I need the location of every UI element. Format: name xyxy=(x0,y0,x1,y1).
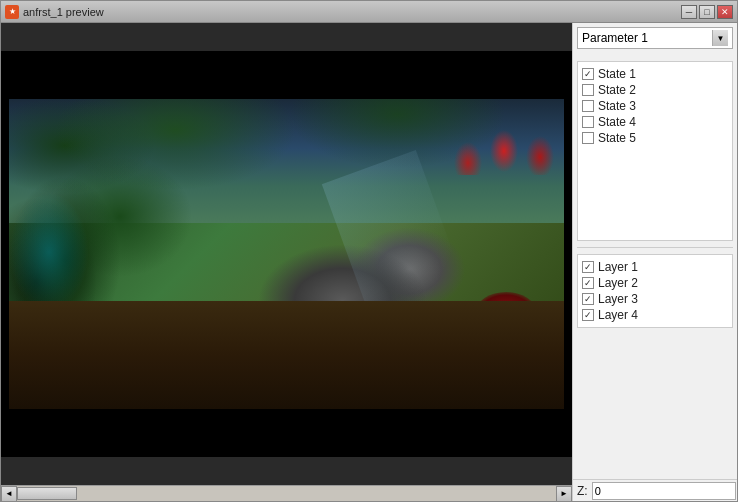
state2-item[interactable]: State 2 xyxy=(582,82,728,98)
layer1-item[interactable]: Layer 1 xyxy=(582,259,728,275)
scene-glow-left xyxy=(9,192,89,312)
preview-top-bar xyxy=(1,23,572,51)
state3-label: State 3 xyxy=(598,99,636,113)
title-bar: ★ anfrst_1 preview ─ □ ✕ xyxy=(1,1,737,23)
state2-label: State 2 xyxy=(598,83,636,97)
z-input[interactable] xyxy=(592,482,736,500)
parameter-dropdown[interactable]: Parameter 1 ▼ xyxy=(577,27,733,49)
state5-checkbox[interactable] xyxy=(582,132,594,144)
canvas-wrapper xyxy=(1,51,572,457)
layer2-checkbox[interactable] xyxy=(582,277,594,289)
preview-area: ◄ ► xyxy=(1,23,572,501)
layer4-checkbox[interactable] xyxy=(582,309,594,321)
state4-item[interactable]: State 4 xyxy=(582,114,728,130)
layer2-label: Layer 2 xyxy=(598,276,638,290)
forest-scene xyxy=(9,99,564,409)
state1-label: State 1 xyxy=(598,67,636,81)
dropdown-arrow-icon: ▼ xyxy=(712,30,728,46)
title-buttons: ─ □ ✕ xyxy=(681,5,733,19)
preview-bottom xyxy=(1,457,572,485)
states-box: State 1 State 2 State 3 State 4 State 5 xyxy=(577,61,733,241)
state4-checkbox[interactable] xyxy=(582,116,594,128)
z-bar: Z: ▲ ▼ xyxy=(573,479,737,501)
title-bar-left: ★ anfrst_1 preview xyxy=(5,5,104,19)
layer1-checkbox[interactable] xyxy=(582,261,594,273)
state2-checkbox[interactable] xyxy=(582,84,594,96)
scene-ground xyxy=(9,301,564,410)
state5-label: State 5 xyxy=(598,131,636,145)
layer4-label: Layer 4 xyxy=(598,308,638,322)
layer2-item[interactable]: Layer 2 xyxy=(582,275,728,291)
scroll-thumb[interactable] xyxy=(17,487,77,500)
close-button[interactable]: ✕ xyxy=(717,5,733,19)
layer3-item[interactable]: Layer 3 xyxy=(582,291,728,307)
state1-item[interactable]: State 1 xyxy=(582,66,728,82)
state4-label: State 4 xyxy=(598,115,636,129)
scroll-track[interactable] xyxy=(17,486,556,502)
minimize-button[interactable]: ─ xyxy=(681,5,697,19)
right-panel: Parameter 1 ▼ State 1 State 2 xyxy=(572,23,737,501)
layer1-label: Layer 1 xyxy=(598,260,638,274)
state3-checkbox[interactable] xyxy=(582,100,594,112)
state5-item[interactable]: State 5 xyxy=(582,130,728,146)
state1-checkbox[interactable] xyxy=(582,68,594,80)
dropdown-label: Parameter 1 xyxy=(582,31,648,45)
layer3-checkbox[interactable] xyxy=(582,293,594,305)
horizontal-scrollbar: ◄ ► xyxy=(1,485,572,501)
layer4-item[interactable]: Layer 4 xyxy=(582,307,728,323)
z-label: Z: xyxy=(577,484,588,498)
layers-box: Layer 1 Layer 2 Layer 3 Layer 4 xyxy=(577,254,733,328)
scroll-left-button[interactable]: ◄ xyxy=(1,486,17,502)
panel-spacer xyxy=(573,332,737,479)
panel-separator xyxy=(577,247,733,248)
window-title: anfrst_1 preview xyxy=(23,6,104,18)
dropdown-section: Parameter 1 ▼ xyxy=(573,23,737,57)
app-icon: ★ xyxy=(5,5,19,19)
main-window: ★ anfrst_1 preview ─ □ ✕ xyxy=(0,0,738,502)
layer3-label: Layer 3 xyxy=(598,292,638,306)
scene-red-plants xyxy=(444,115,564,175)
main-content: ◄ ► Parameter 1 ▼ xyxy=(1,23,737,501)
scroll-right-button[interactable]: ► xyxy=(556,486,572,502)
maximize-button[interactable]: □ xyxy=(699,5,715,19)
state3-item[interactable]: State 3 xyxy=(582,98,728,114)
